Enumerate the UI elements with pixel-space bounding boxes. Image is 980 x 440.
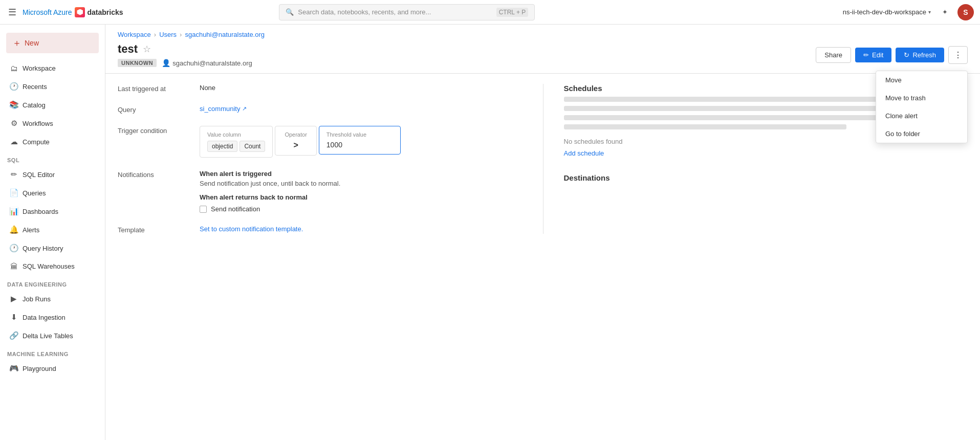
threshold-value: 1000 bbox=[326, 141, 393, 149]
sidebar-item-dashboards[interactable]: 📊 Dashboards bbox=[2, 203, 103, 220]
edit-button[interactable]: ✏ Edit bbox=[855, 48, 891, 62]
sidebar-item-catalog-label: Catalog bbox=[23, 101, 46, 109]
dropdown-item-go-to-folder[interactable]: Go to folder bbox=[876, 125, 967, 143]
bell-icon[interactable]: ✦ bbox=[937, 4, 953, 20]
data-ingestion-icon: ⬇ bbox=[9, 313, 18, 322]
workspace-selector[interactable]: ns-ii-tech-dev-db-workspace ▾ bbox=[843, 8, 931, 16]
breadcrumb-workspace[interactable]: Workspace bbox=[118, 31, 151, 38]
search-bar[interactable]: 🔍 Search data, notebooks, recents, and m… bbox=[279, 4, 535, 20]
edit-icon: ✏ bbox=[863, 51, 869, 59]
breadcrumb-email[interactable]: sgachuhi@naturalstate.org bbox=[185, 31, 265, 38]
notif-triggered-desc: Send notification just once, until back … bbox=[200, 180, 522, 187]
template-link[interactable]: Set to custom notification template. bbox=[200, 225, 303, 233]
sidebar: ＋ New 🗂 Workspace 🕐 Recents 📚 Catalog ⚙ … bbox=[0, 25, 105, 440]
value-column-box: Value column objectid Count bbox=[200, 126, 273, 158]
topbar-brand: Microsoft Azure databricks bbox=[23, 7, 123, 17]
dropdown-item-move[interactable]: Move bbox=[876, 71, 967, 89]
sidebar-item-workspace-label: Workspace bbox=[23, 64, 56, 72]
query-history-icon: 🕐 bbox=[9, 244, 18, 253]
sidebar-item-sql-editor[interactable]: ✏ SQL Editor bbox=[2, 166, 103, 183]
sidebar-item-query-history-label: Query History bbox=[23, 245, 63, 252]
destinations-section: Destinations bbox=[564, 173, 968, 186]
page-content: Last triggered at None Query si_communit… bbox=[105, 74, 980, 244]
hamburger-icon[interactable]: ☰ bbox=[6, 5, 18, 20]
query-link[interactable]: si_community ↗ bbox=[200, 105, 247, 113]
topbar: ☰ Microsoft Azure databricks 🔍 Search da… bbox=[0, 0, 980, 25]
topbar-right: ns-ii-tech-dev-db-workspace ▾ ✦ S bbox=[843, 4, 974, 20]
page-header-left: test ☆ UNKNOWN 👤 sgachuhi@naturalstate.o… bbox=[118, 42, 252, 67]
breadcrumb-users[interactable]: Users bbox=[159, 31, 177, 38]
azure-label: Microsoft Azure bbox=[23, 8, 72, 16]
main-layout: ＋ New 🗂 Workspace 🕐 Recents 📚 Catalog ⚙ … bbox=[0, 25, 980, 440]
sidebar-item-workflows[interactable]: ⚙ Workflows bbox=[2, 115, 103, 132]
notifications-content: When alert is triggered Send notificatio… bbox=[200, 170, 522, 213]
topbar-icons: ✦ S bbox=[937, 4, 974, 20]
last-triggered-row: Last triggered at None bbox=[118, 84, 522, 93]
notifications-label: Notifications bbox=[118, 170, 200, 179]
sidebar-item-delta-live-tables[interactable]: 🔗 Delta Live Tables bbox=[2, 327, 103, 344]
send-notification-checkbox[interactable] bbox=[200, 206, 207, 213]
sidebar-item-playground[interactable]: 🎮 Playground bbox=[2, 360, 103, 377]
delta-live-tables-icon: 🔗 bbox=[9, 331, 18, 340]
trigger-content: Value column objectid Count Operator > bbox=[200, 126, 522, 158]
new-button-label: New bbox=[25, 39, 39, 47]
sidebar-item-sql-warehouses[interactable]: 🏛 SQL Warehouses bbox=[2, 258, 103, 275]
schedule-line-4 bbox=[564, 124, 847, 129]
last-triggered-value: None bbox=[200, 84, 215, 92]
ml-section-label: Machine Learning bbox=[0, 345, 105, 359]
dropdown-item-clone-alert[interactable]: Clone alert bbox=[876, 107, 967, 125]
sidebar-item-alerts-label: Alerts bbox=[23, 226, 39, 234]
content-area: Workspace › Users › sgachuhi@naturalstat… bbox=[105, 25, 980, 440]
add-schedule-button[interactable]: Add schedule bbox=[564, 149, 968, 157]
trigger-condition-row: Trigger condition Value column objectid … bbox=[118, 126, 522, 158]
last-triggered-label: Last triggered at bbox=[118, 84, 200, 93]
template-value: Set to custom notification template. bbox=[200, 225, 303, 233]
notifications-row: Notifications When alert is triggered Se… bbox=[118, 170, 522, 213]
sidebar-item-data-ingestion[interactable]: ⬇ Data Ingestion bbox=[2, 309, 103, 326]
workflows-icon: ⚙ bbox=[9, 119, 18, 128]
sidebar-item-job-runs[interactable]: ▶ Job Runs bbox=[2, 290, 103, 307]
more-button[interactable]: ⋮ bbox=[948, 46, 968, 64]
search-placeholder: Search data, notebooks, recents, and mor… bbox=[298, 8, 492, 16]
avatar[interactable]: S bbox=[957, 4, 974, 20]
sidebar-item-compute[interactable]: ☁ Compute bbox=[2, 133, 103, 150]
breadcrumb: Workspace › Users › sgachuhi@naturalstat… bbox=[105, 25, 980, 38]
schedule-line-3 bbox=[564, 115, 928, 120]
trigger-boxes: Value column objectid Count Operator > bbox=[200, 126, 522, 158]
dropdown-menu: Move Move to trash Clone alert Go to fol… bbox=[876, 71, 968, 143]
query-row: Query si_community ↗ bbox=[118, 105, 522, 114]
sidebar-item-sql-editor-label: SQL Editor bbox=[23, 171, 55, 179]
query-value-text: si_community bbox=[200, 105, 240, 113]
sidebar-item-workspace[interactable]: 🗂 Workspace bbox=[2, 60, 103, 77]
job-runs-icon: ▶ bbox=[9, 294, 18, 303]
sidebar-item-job-runs-label: Job Runs bbox=[23, 295, 51, 303]
plus-icon: ＋ bbox=[12, 37, 21, 49]
trigger-box-values: objectid Count bbox=[207, 141, 265, 152]
workspace-selector-label: ns-ii-tech-dev-db-workspace bbox=[843, 8, 926, 16]
page-title: test bbox=[118, 42, 138, 56]
search-shortcut: CTRL + P bbox=[496, 8, 529, 17]
sidebar-item-queries[interactable]: 📄 Queries bbox=[2, 184, 103, 202]
value-column-box-label: Value column bbox=[207, 131, 265, 138]
sidebar-item-playground-label: Playground bbox=[23, 365, 56, 372]
sidebar-item-recents[interactable]: 🕐 Recents bbox=[2, 78, 103, 95]
search-icon: 🔍 bbox=[286, 8, 294, 16]
sidebar-item-data-ingestion-label: Data Ingestion bbox=[23, 314, 66, 321]
sql-editor-icon: ✏ bbox=[9, 170, 18, 179]
status-badge: UNKNOWN bbox=[118, 59, 157, 67]
breadcrumb-sep-1: › bbox=[154, 31, 156, 38]
sidebar-item-alerts[interactable]: 🔔 Alerts bbox=[2, 221, 103, 238]
star-icon[interactable]: ☆ bbox=[143, 43, 151, 55]
dropdown-item-move-trash[interactable]: Move to trash bbox=[876, 89, 967, 107]
share-button[interactable]: Share bbox=[816, 47, 851, 63]
refresh-button[interactable]: ↻ Refresh bbox=[896, 48, 944, 62]
sidebar-item-recents-label: Recents bbox=[23, 83, 47, 91]
external-link-icon: ↗ bbox=[242, 105, 247, 112]
sql-warehouses-icon: 🏛 bbox=[9, 262, 18, 271]
sidebar-item-catalog[interactable]: 📚 Catalog bbox=[2, 96, 103, 114]
new-button[interactable]: ＋ New bbox=[6, 33, 99, 53]
databricks-logo bbox=[75, 7, 85, 17]
sidebar-item-query-history[interactable]: 🕐 Query History bbox=[2, 239, 103, 257]
refresh-icon: ↻ bbox=[904, 51, 909, 59]
send-notification-label: Send notification bbox=[211, 205, 260, 213]
